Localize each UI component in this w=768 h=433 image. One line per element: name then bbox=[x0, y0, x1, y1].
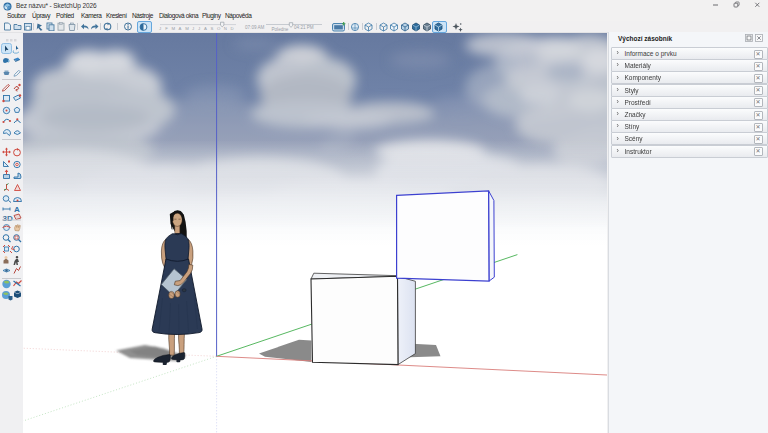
svg-text:F: F bbox=[165, 26, 168, 31]
svg-text:A: A bbox=[204, 26, 207, 31]
svg-text:J: J bbox=[198, 26, 200, 31]
svg-text:M: M bbox=[185, 26, 189, 31]
svg-text:A: A bbox=[14, 205, 20, 214]
svg-text:O: O bbox=[217, 26, 221, 31]
svg-text:S: S bbox=[211, 26, 214, 31]
svg-text:N: N bbox=[224, 26, 227, 31]
svg-text:3D: 3D bbox=[3, 214, 13, 223]
svg-text:A: A bbox=[179, 26, 182, 31]
svg-text:M: M bbox=[172, 26, 176, 31]
svg-text:J: J bbox=[159, 26, 161, 31]
svg-text:J: J bbox=[192, 26, 194, 31]
svg-text:D: D bbox=[230, 26, 233, 31]
